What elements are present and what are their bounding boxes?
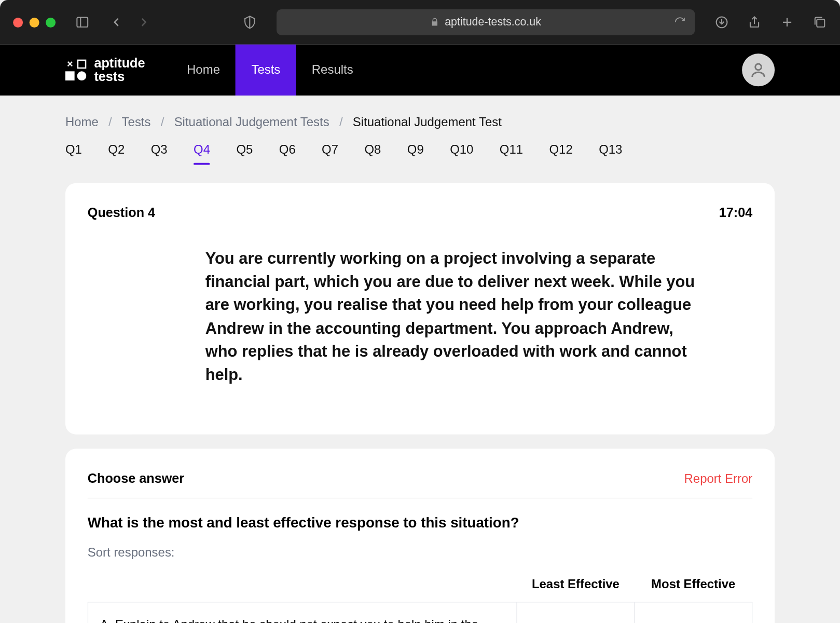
question-nav: Q1Q2Q3Q4Q5Q6Q7Q8Q9Q10Q11Q12Q13 — [65, 143, 775, 183]
breadcrumb-sep: / — [108, 115, 112, 129]
new-tab-icon[interactable] — [780, 15, 794, 30]
sort-responses-label: Sort responses: — [88, 546, 752, 560]
nav-label: Home — [187, 63, 220, 77]
least-effective-cell — [517, 602, 635, 623]
breadcrumb-current: Situational Judgement Test — [353, 115, 502, 129]
column-least-effective: Least Effective — [517, 571, 635, 602]
logo-text: aptitude tests — [94, 56, 145, 84]
main-nav: Home Tests Results — [171, 45, 369, 96]
question-nav-item[interactable]: Q4 — [194, 143, 210, 164]
nav-home[interactable]: Home — [171, 45, 236, 96]
tabs-overview-icon[interactable] — [813, 15, 827, 30]
share-icon[interactable] — [747, 15, 762, 30]
site-header: × aptitude tests Home Tests Results — [0, 45, 840, 96]
question-nav-item[interactable]: Q12 — [549, 143, 572, 164]
question-nav-item[interactable]: Q9 — [407, 143, 424, 164]
question-nav-item[interactable]: Q13 — [599, 143, 622, 164]
logo[interactable]: × aptitude tests — [65, 56, 145, 84]
question-nav-item[interactable]: Q3 — [151, 143, 168, 164]
question-nav-item[interactable]: Q6 — [279, 143, 296, 164]
breadcrumb-item[interactable]: Tests — [122, 115, 151, 129]
breadcrumb-item[interactable]: Home — [65, 115, 99, 129]
timer: 17:04 — [719, 206, 752, 221]
answer-table: Least Effective Most Effective A. Explai… — [88, 571, 752, 623]
nav-results[interactable]: Results — [296, 45, 369, 96]
sidebar-toggle-icon[interactable] — [75, 15, 90, 30]
window-controls — [13, 17, 56, 27]
lock-icon — [430, 18, 439, 27]
question-card: Question 4 17:04 You are currently worki… — [65, 183, 775, 435]
answer-instruction: What is the most and least effective res… — [88, 514, 752, 531]
user-icon — [749, 61, 767, 79]
question-nav-item[interactable]: Q1 — [65, 143, 82, 164]
browser-chrome: aptitude-tests.co.uk — [0, 0, 840, 45]
question-number: Question 4 — [88, 206, 155, 221]
column-most-effective: Most Effective — [635, 571, 752, 602]
logo-icon: × — [65, 60, 86, 80]
avatar[interactable] — [742, 53, 775, 86]
close-window-button[interactable] — [13, 17, 23, 27]
breadcrumb-sep: / — [161, 115, 164, 129]
svg-point-6 — [755, 64, 762, 70]
choose-answer-label: Choose answer — [88, 471, 184, 486]
downloads-icon[interactable] — [714, 15, 729, 30]
question-nav-item[interactable]: Q11 — [500, 143, 523, 164]
logo-line1: aptitude — [94, 56, 145, 70]
forward-icon[interactable] — [136, 15, 151, 30]
question-prompt: You are currently working on a project i… — [205, 247, 700, 386]
minimize-window-button[interactable] — [30, 17, 39, 27]
most-effective-cell — [635, 602, 752, 623]
question-nav-item[interactable]: Q2 — [108, 143, 125, 164]
breadcrumb: Home / Tests / Situational Judgement Tes… — [65, 96, 775, 143]
svg-rect-5 — [817, 19, 824, 27]
breadcrumb-item[interactable]: Situational Judgement Tests — [174, 115, 329, 129]
nav-label: Results — [312, 63, 353, 77]
answer-row: A. Explain to Andrew that he should not … — [88, 602, 752, 623]
question-nav-item[interactable]: Q8 — [364, 143, 381, 164]
report-error-link[interactable]: Report Error — [684, 471, 753, 486]
maximize-window-button[interactable] — [46, 17, 56, 27]
url-text: aptitude-tests.co.uk — [445, 16, 541, 29]
answer-card: Choose answer Report Error What is the m… — [65, 449, 775, 623]
url-bar[interactable]: aptitude-tests.co.uk — [277, 9, 695, 35]
svg-rect-0 — [77, 18, 88, 27]
nav-arrows — [109, 15, 151, 30]
question-nav-item[interactable]: Q7 — [322, 143, 338, 164]
answer-text: A. Explain to Andrew that he should not … — [88, 602, 517, 623]
back-icon[interactable] — [109, 15, 123, 30]
nav-tests[interactable]: Tests — [236, 45, 296, 96]
breadcrumb-sep: / — [339, 115, 343, 129]
privacy-shield-icon[interactable] — [242, 15, 257, 30]
question-nav-item[interactable]: Q10 — [450, 143, 473, 164]
reload-icon[interactable] — [674, 17, 686, 29]
nav-label: Tests — [251, 63, 280, 77]
question-nav-item[interactable]: Q5 — [236, 143, 253, 164]
logo-line2: tests — [94, 70, 145, 84]
